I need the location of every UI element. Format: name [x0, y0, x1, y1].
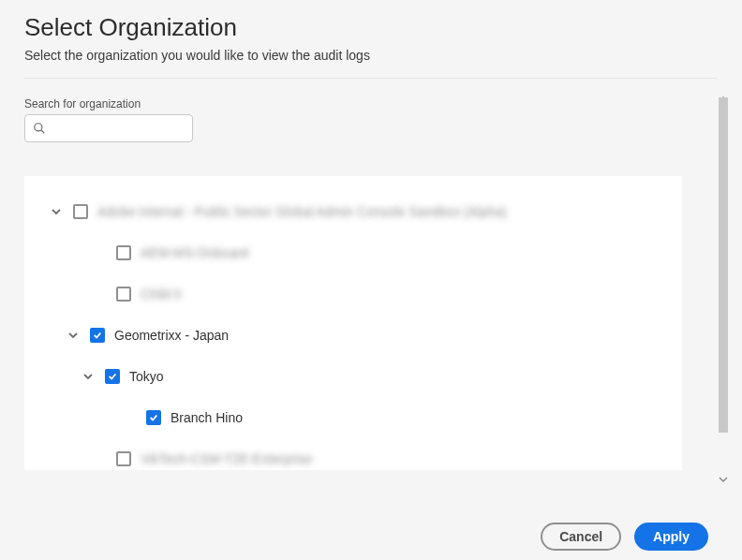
org-checkbox[interactable] — [73, 204, 88, 219]
tree-row: Adobe Internal - Public Sector Global Ad… — [32, 191, 675, 232]
org-label: Adobe Internal - Public Sector Global Ad… — [97, 204, 507, 219]
org-checkbox[interactable] — [116, 451, 131, 466]
tree-row: VikTech-CSM-T2E-Enterprise — [32, 438, 675, 470]
scrollbar-thumb[interactable] — [719, 97, 728, 433]
org-checkbox[interactable] — [90, 328, 105, 343]
scrollbar-track[interactable] — [716, 97, 731, 481]
dialog-footer: Cancel Apply — [541, 523, 708, 551]
org-checkbox[interactable] — [146, 410, 161, 425]
tree-row: Branch Hino — [32, 397, 675, 438]
org-checkbox[interactable] — [116, 245, 131, 260]
chevron-down-icon[interactable] — [75, 371, 101, 382]
org-label: Branch Hino — [171, 410, 243, 425]
tree-row: Child 0 — [32, 273, 675, 315]
org-label: Geometrixx - Japan — [114, 328, 229, 343]
search-icon — [33, 122, 46, 135]
org-checkbox[interactable] — [116, 287, 131, 302]
org-label: Tokyo — [129, 369, 164, 384]
scroll-down-arrow-icon[interactable] — [716, 472, 731, 487]
search-label: Search for organization — [24, 97, 718, 111]
search-box[interactable] — [24, 114, 193, 142]
dialog-subtitle: Select the organization you would like t… — [24, 48, 718, 63]
org-label: Child 0 — [141, 287, 182, 302]
tree-row: AEM-MS-Onboard — [32, 232, 675, 273]
org-label: AEM-MS-Onboard — [141, 245, 248, 260]
select-organization-dialog: Select Organization Select the organizat… — [0, 0, 742, 560]
scroll-region: Search for organization Adobe Internal -… — [24, 97, 718, 481]
svg-line-1 — [41, 130, 45, 134]
dialog-title: Select Organization — [24, 13, 718, 42]
divider — [24, 78, 718, 79]
search-input[interactable] — [52, 121, 185, 137]
chevron-down-icon[interactable] — [43, 206, 69, 217]
organization-tree: Adobe Internal - Public Sector Global Ad… — [24, 176, 682, 470]
org-checkbox[interactable] — [105, 369, 120, 384]
apply-button[interactable]: Apply — [634, 523, 708, 551]
tree-row: Geometrixx - Japan — [32, 315, 675, 356]
chevron-down-icon[interactable] — [60, 330, 86, 341]
svg-point-0 — [35, 124, 42, 131]
org-label: VikTech-CSM-T2E-Enterprise — [141, 451, 312, 466]
tree-row: Tokyo — [32, 356, 675, 397]
cancel-button[interactable]: Cancel — [541, 523, 621, 551]
